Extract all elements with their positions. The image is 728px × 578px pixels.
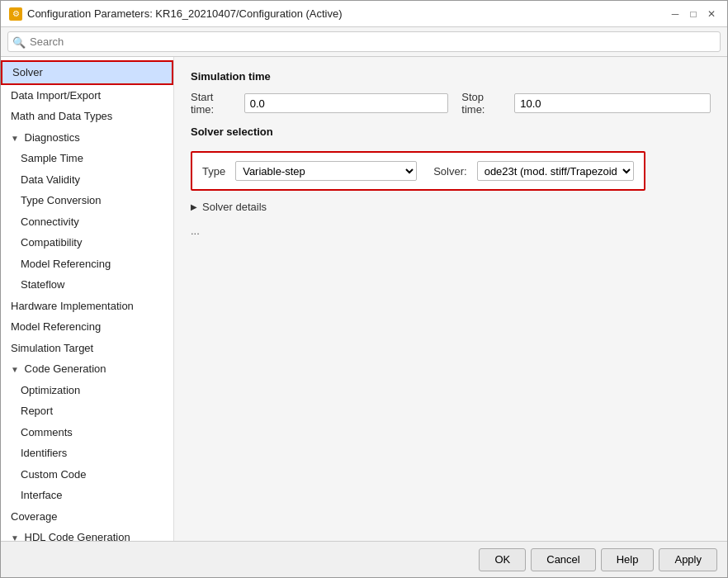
- minimize-button[interactable]: ─: [668, 7, 683, 21]
- close-button[interactable]: ✕: [704, 7, 719, 21]
- search-input[interactable]: [7, 31, 721, 52]
- window-title: Configuration Parameters: KR16_20210407/…: [27, 7, 343, 20]
- sidebar-item-diagnostics[interactable]: ▼ Diagnostics: [1, 127, 173, 149]
- hardware-implementation-label: Hardware Implementation: [11, 300, 134, 312]
- sidebar-item-simulation-target[interactable]: Simulation Target: [1, 338, 173, 359]
- sidebar-item-model-referencing-diag[interactable]: Model Referencing: [1, 253, 173, 275]
- sidebar-item-math-data-types[interactable]: Math and Data Types: [1, 106, 173, 127]
- stateflow-label: Stateflow: [21, 278, 64, 291]
- solver-label: Solver:: [433, 165, 466, 178]
- sidebar-item-stateflow[interactable]: Stateflow: [1, 274, 173, 296]
- start-time-input[interactable]: [244, 93, 449, 113]
- sidebar-item-connectivity[interactable]: Connectivity: [1, 211, 173, 233]
- sidebar-item-hardware-implementation[interactable]: Hardware Implementation: [1, 296, 173, 317]
- title-bar-left: ⚙ Configuration Parameters: KR16_2021040…: [9, 7, 343, 21]
- solver-details-label: Solver details: [202, 201, 267, 213]
- type-conversion-label: Type Conversion: [21, 194, 102, 206]
- app-icon: ⚙: [9, 7, 22, 21]
- stop-time-input[interactable]: [514, 93, 711, 113]
- sidebar-item-hdl-code-generation[interactable]: ▼ HDL Code Generation: [1, 527, 173, 541]
- simulation-target-label: Simulation Target: [11, 342, 93, 354]
- sidebar-item-type-conversion[interactable]: Type Conversion: [1, 190, 173, 211]
- sidebar-item-model-referencing[interactable]: Model Referencing: [1, 316, 173, 338]
- sidebar-item-custom-code[interactable]: Custom Code: [1, 464, 173, 486]
- simulation-time-row: Start time: Stop time:: [191, 91, 711, 116]
- sidebar-item-report[interactable]: Report: [1, 400, 173, 422]
- sidebar-item-identifiers[interactable]: Identifiers: [1, 443, 173, 464]
- sidebar-item-interface[interactable]: Interface: [1, 485, 173, 506]
- compatibility-label: Compatibility: [21, 236, 82, 249]
- sidebar-item-comments[interactable]: Comments: [1, 422, 173, 443]
- comments-label: Comments: [21, 426, 73, 438]
- help-button[interactable]: Help: [601, 548, 655, 571]
- solver-select[interactable]: ode23t (mod. stiff/Trapezoidal) ode45 od…: [477, 161, 634, 181]
- title-bar: ⚙ Configuration Parameters: KR16_2021040…: [1, 1, 727, 27]
- interface-label: Interface: [21, 489, 63, 501]
- simulation-time-title: Simulation time: [191, 70, 711, 83]
- solver-type-select[interactable]: Variable-step Fixed-step: [235, 161, 417, 181]
- math-data-types-label: Math and Data Types: [11, 110, 112, 122]
- sidebar: Solver Data Import/Export Math and Data …: [1, 57, 174, 541]
- connectivity-label: Connectivity: [21, 216, 79, 228]
- sidebar-item-coverage[interactable]: Coverage: [1, 506, 173, 528]
- sidebar-item-sample-time[interactable]: Sample Time: [1, 148, 173, 169]
- sidebar-item-solver[interactable]: Solver: [1, 60, 173, 85]
- model-referencing-diag-label: Model Referencing: [21, 258, 111, 270]
- sidebar-item-data-validity[interactable]: Data Validity: [1, 169, 173, 191]
- sidebar-item-compatibility[interactable]: Compatibility: [1, 232, 173, 253]
- maximize-button[interactable]: □: [686, 7, 701, 21]
- data-import-export-label: Data Import/Export: [11, 89, 101, 102]
- coverage-label: Coverage: [11, 510, 57, 523]
- diagnostics-label: Diagnostics: [25, 131, 80, 144]
- hdl-code-generation-triangle: ▼: [11, 532, 19, 541]
- solver-selection-section: Solver selection Type Variable-step Fixe…: [191, 126, 711, 191]
- main-content: Solver Data Import/Export Math and Data …: [1, 57, 727, 541]
- identifiers-label: Identifiers: [21, 447, 67, 459]
- right-panel: Simulation time Start time: Stop time: S…: [174, 57, 727, 541]
- custom-code-label: Custom Code: [21, 468, 86, 481]
- stop-time-label: Stop time:: [461, 91, 509, 116]
- cancel-button[interactable]: Cancel: [531, 548, 595, 571]
- diagnostics-triangle: ▼: [11, 132, 19, 144]
- optimization-label: Optimization: [21, 384, 80, 396]
- sample-time-label: Sample Time: [21, 152, 83, 164]
- ok-button[interactable]: OK: [479, 548, 526, 571]
- ellipsis-text: ...: [191, 225, 711, 237]
- hdl-code-generation-label: HDL Code Generation: [25, 531, 130, 541]
- title-controls: ─ □ ✕: [668, 7, 719, 21]
- sidebar-item-optimization[interactable]: Optimization: [1, 380, 173, 401]
- solver-selection-title: Solver selection: [191, 126, 711, 138]
- solver-box: Type Variable-step Fixed-step Solver: od…: [191, 151, 645, 191]
- code-generation-label: Code Generation: [25, 362, 106, 375]
- bottom-bar: OK Cancel Help Apply: [1, 541, 727, 577]
- data-validity-label: Data Validity: [21, 173, 80, 186]
- solver-label: Solver: [12, 66, 43, 78]
- apply-button[interactable]: Apply: [659, 548, 717, 571]
- main-window: ⚙ Configuration Parameters: KR16_2021040…: [0, 0, 728, 578]
- search-wrapper: 🔍: [1, 27, 727, 57]
- type-label: Type: [202, 165, 225, 178]
- solver-details-row[interactable]: ▶ Solver details: [191, 201, 711, 213]
- start-time-label: Start time:: [191, 91, 239, 116]
- sidebar-item-data-import-export[interactable]: Data Import/Export: [1, 85, 173, 107]
- code-generation-triangle: ▼: [11, 363, 19, 376]
- solver-details-triangle: ▶: [191, 202, 197, 211]
- report-label: Report: [21, 405, 53, 417]
- model-referencing-label: Model Referencing: [11, 320, 101, 333]
- sidebar-item-code-generation[interactable]: ▼ Code Generation: [1, 358, 173, 380]
